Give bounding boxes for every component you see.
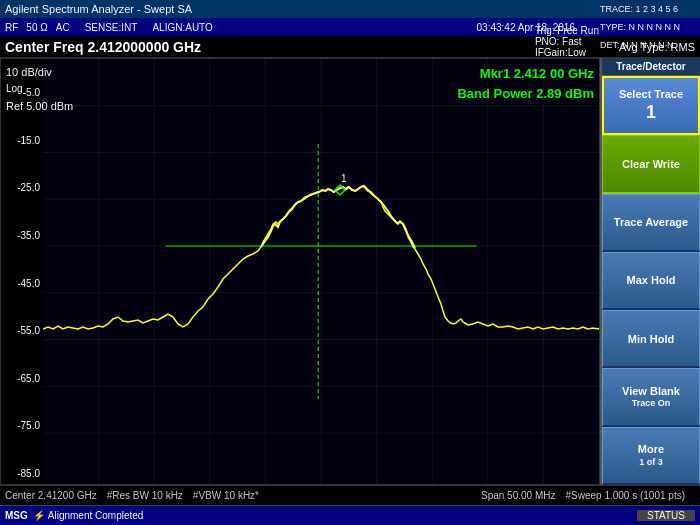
y-label-1: -5.0 [1,87,43,98]
main-area: -5.0 -15.0 -25.0 -35.0 -45.0 -55.0 -65.0… [0,58,700,485]
trace-average-button[interactable]: Trace Average [602,194,700,252]
title-text: Agilent Spectrum Analyzer - Swept SA [5,3,192,15]
center-freq-label: Center Freq 2.412000000 GHz [5,39,535,55]
spectrum-plot: 1 [43,59,599,484]
clear-write-button[interactable]: Clear Write [602,135,700,193]
ifgain-label: IFGain:Low [535,47,599,58]
center-display: Center 2.41200 GHz [5,490,97,501]
freq-bar: Center Freq 2.412000000 GHz Trig: Free R… [0,36,700,58]
status-label: STATUS [637,510,695,521]
info-sense-section: SENSE:INT [85,22,138,33]
info-rf: RF [5,22,18,33]
select-trace-label: Select Trace 1 [619,87,683,125]
select-trace-button[interactable]: Select Trace 1 [602,76,700,135]
view-blank-content: View Blank Trace On [622,384,680,410]
right-panel: Trace/Detector Select Trace 1 Clear Writ… [600,58,700,485]
sweep-display: #Sweep 1.000 s (1001 pts) [565,490,685,501]
y-label-9: -85.0 [1,468,43,479]
info-type: TYPE: N N N N N N [600,22,680,32]
svg-text:1: 1 [341,173,347,184]
view-blank-button[interactable]: View Blank Trace On [602,368,700,426]
bottom-bar: Center 2.41200 GHz #Res BW 10 kHz #VBW 1… [0,485,700,505]
y-label-3: -25.0 [1,182,43,193]
y-label-5: -45.0 [1,278,43,289]
pno-label: PNO: Fast [535,36,599,47]
more-content: More 1 of 3 [638,442,664,468]
y-label-8: -75.0 [1,420,43,431]
status-icon: ⚡ [33,510,45,521]
span-display: Span 50.00 MHz [481,490,556,501]
info-ac: AC [56,22,70,33]
info-rf-val: 50 Ω [26,22,47,33]
info-align-section: ALIGN:AUTO [152,22,212,33]
trig-label: Trig: Free Run [535,25,599,36]
status-msg: MSG [5,510,28,521]
right-panel-title: Trace/Detector [602,58,700,76]
y-label-4: -35.0 [1,230,43,241]
y-label-7: -65.0 [1,373,43,384]
status-text: Alignment Completed [48,510,637,521]
avg-type-section: Avg Type: RMS [619,41,695,53]
y-label-6: -55.0 [1,325,43,336]
avg-type-label: Avg Type: RMS [619,41,695,53]
status-bar: MSG ⚡ Alignment Completed STATUS [0,505,700,525]
y-axis-labels: -5.0 -15.0 -25.0 -35.0 -45.0 -55.0 -65.0… [1,87,43,484]
y-label-2: -15.0 [1,135,43,146]
info-align: ALIGN:AUTO [152,22,212,33]
more-button[interactable]: More 1 of 3 [602,427,700,485]
vbw-display: #VBW 10 kHz* [193,490,259,501]
res-bw-display: #Res BW 10 kHz [107,490,183,501]
title-bar: Agilent Spectrum Analyzer - Swept SA [0,0,700,18]
plot-container: -5.0 -15.0 -25.0 -35.0 -45.0 -55.0 -65.0… [0,58,600,485]
min-hold-button[interactable]: Min Hold [602,310,700,368]
max-hold-button[interactable]: Max Hold [602,252,700,310]
info-rf-section: RF 50 Ω AC [5,22,70,33]
info-trace: TRACE: 1 2 3 4 5 6 [600,4,680,14]
info-sense: SENSE:INT [85,22,138,33]
